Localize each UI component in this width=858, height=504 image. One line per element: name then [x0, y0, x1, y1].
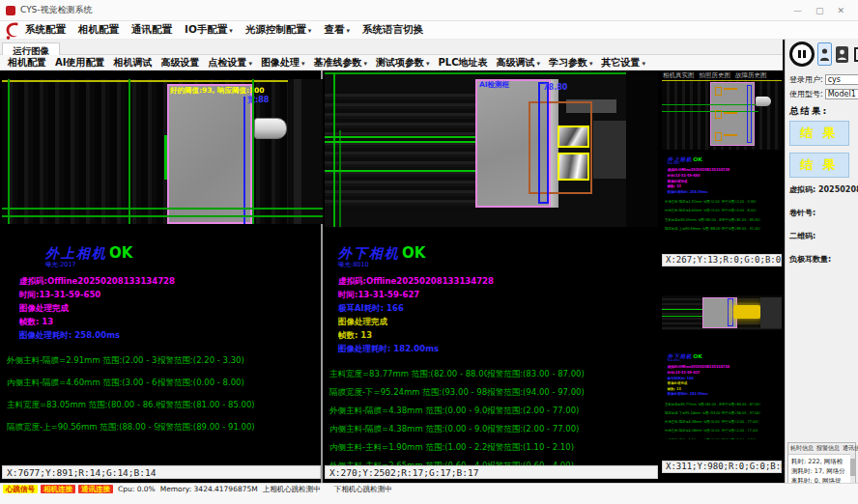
menu-item-4[interactable]: 光源控制配置▾ [245, 23, 312, 37]
toolbar-item-0[interactable]: 相机配置 [8, 56, 46, 70]
thumbnail2-alarm-range-2: 报警范围:(2.00 - 77.00) [722, 420, 783, 424]
side-field-0: 虚拟码: 20250208 [789, 184, 854, 195]
toolbar-item-2[interactable]: 相机调试 [113, 56, 152, 70]
user-login-button[interactable] [817, 42, 832, 66]
chevron-down-icon: ▾ [364, 60, 368, 68]
thumbnail1-measure-value-1: 内侧主料-隔膜=4.60mm 范围:(3.00 - 6.00) [665, 209, 722, 212]
toolbar-item-10[interactable]: 学习参数▾ [549, 56, 593, 70]
log-tab-2[interactable]: 通讯信息 [843, 444, 858, 453]
camera2-status: OK [402, 244, 425, 262]
camera2-measure-row-4: 内侧主料-主料=1.90mm 范围:(1.00 - 2.20)报警范围:(1.1… [325, 442, 658, 453]
camera2-title: 外下相机OK [325, 244, 658, 262]
camera2-image[interactable]: AI检测框 78.80 [325, 72, 658, 227]
total-result-label: 总结果: [789, 105, 854, 118]
toolbar-item-label-5: 图像处理 [261, 57, 300, 68]
side-field-2: 二维码: [789, 231, 854, 241]
log-tab-0[interactable]: 耗时信息 [790, 444, 814, 453]
camera1-measure-row-1: 内侧主料-隔膜=4.60mm 范围:(3.00 - 6.00)报警范围:(0.0… [2, 378, 321, 388]
camera2-alarm-range-0: 报警范围:(83.00 - 87.00) [487, 369, 658, 379]
toolbar-item-9[interactable]: 高级调试▾ [497, 56, 541, 70]
status-badge-1: 相机连接 [41, 485, 75, 493]
status-badge-2: 通讯连接 [78, 485, 113, 493]
user-switch-button[interactable] [835, 42, 849, 66]
camera1-measure-value-0: 外侧主料-隔膜=2.91mm 范围:(2.00 - 3.50) [7, 355, 157, 366]
thumbnail1-blue-rect [747, 85, 752, 143]
menu-item-label-1: 相机配置 [78, 23, 119, 35]
cpu-usage: Cpu: 0.0% [118, 485, 156, 493]
camera1-measure-value-3: 隔膜宽度-上=90.56mm 范围:(88.00 - 92.00) [7, 422, 157, 433]
camera1-info-3: 帧数: 13 [2, 315, 321, 328]
menu-item-6[interactable]: 系统语言切换 [362, 23, 423, 37]
thumbnail2-measurements: 主料宽度=83.77mm 范围:(82.00 - 88.00)报警范围:(83.… [663, 403, 783, 439]
camera1-name: 外上相机 [45, 245, 107, 261]
toolbar-item-1[interactable]: AI使用配置 [55, 56, 104, 70]
status-bar: 心跳信号相机连接通讯连接 Cpu: 0.0% Memory: 3424.4179… [0, 483, 858, 504]
login-user-input[interactable] [825, 74, 858, 85]
camera1-measure-row-2: 主料宽度=83.05mm 范围:(80.00 - 86.00)报警范围:(81.… [2, 400, 321, 410]
thumbnail1-measurements: 外侧主料-隔膜=2.91mm 范围:(2.00 - 3.50)报警范围:(2.2… [663, 200, 783, 231]
camera2-green-vline-1 [333, 72, 335, 227]
minimize-button[interactable]: — [793, 0, 802, 21]
menu-item-3[interactable]: IO手配置▾ [185, 23, 233, 37]
camera1-info-1: 时间:13-31-59-650 [2, 288, 321, 301]
menu-item-1[interactable]: 相机配置 [78, 23, 119, 37]
chevron-down-icon: ▾ [248, 60, 252, 68]
camera1-image[interactable]: 好的阈值:93, 响应阈值:100 宽:88 [2, 79, 323, 224]
status-note-0: 上相机心跳检测中 [263, 485, 321, 493]
thumbnail2-measure-row-4: 内侧主料-主料=1.90mm 范围:(1.00 - 2.20)报警范围:(1.1… [663, 437, 783, 439]
camera2-green-vline-2 [339, 130, 341, 227]
toolbar-item-6[interactable]: 基准线参数▾ [314, 56, 368, 70]
maximize-button[interactable]: ▢ [815, 0, 824, 21]
side-field-1: 卷针号: [789, 208, 854, 218]
thumbnail2-alarm-range-0: 报警范围:(83.00 - 87.00) [722, 403, 783, 406]
user-icon [819, 47, 830, 62]
log-tab-1[interactable]: 报警信息 [816, 444, 840, 453]
camera2-width-label: 78.80 [543, 83, 567, 92]
status-badges: 心跳信号相机连接通讯连接 [3, 485, 113, 493]
app-window: CYS-视觉检测系统 — ▢ ✕ 系统配置相机配置通讯配置IO手配置▾光源控制配… [0, 0, 858, 504]
camera1-connector-part [254, 118, 287, 139]
camera1-alarm-range-3: 报警范围:(89.00 - 91.00) [157, 422, 321, 433]
camera2-dark-region [626, 72, 658, 227]
toolbar-item-8[interactable]: PLC地址表 [439, 56, 488, 70]
camera1-alarm-range-0: 报警范围:(2.20 - 3.30) [157, 355, 321, 366]
thumbnail2-alarm-range-4: 报警范围:(1.10 - 2.10) [722, 437, 783, 439]
toolbar-item-11[interactable]: 其它设置▾ [602, 56, 646, 70]
menu-item-5[interactable]: 查看▾ [324, 23, 350, 37]
exit-button[interactable] [852, 42, 858, 66]
camera2-green-hline-1a [325, 136, 475, 138]
camera2-tab-rect-1 [558, 126, 589, 148]
user-dark-icon [836, 46, 848, 63]
toolbar-item-5[interactable]: 图像处理▾ [261, 56, 305, 70]
thumbnail1-green-hline-1 [662, 104, 758, 105]
camera2-alarm-range-2: 报警范围:(2.00 - 77.00) [487, 406, 658, 416]
toolbar-item-7[interactable]: 测试项参数▾ [376, 56, 430, 70]
result-box-1: 结 果 [789, 121, 849, 146]
model-row: 使用型号: [789, 89, 854, 99]
thumbnail2-measure-row-2: 外侧主料-隔膜=4.38mm 范围:(0.00 - 9.00)报警范围:(2.0… [663, 420, 783, 424]
camera2-measure-value-4: 内侧主料-主料=1.90mm 范围:(1.00 - 2.20) [329, 442, 487, 453]
pause-button[interactable] [789, 42, 815, 67]
model-input[interactable] [825, 89, 858, 99]
menu-item-0[interactable]: 系统配置 [25, 23, 66, 37]
camera1-coords-bar: X:7677;Y:891;R:14;G:14;B:14 [2, 465, 321, 479]
login-user-row: 登录用户: [789, 74, 854, 85]
camera1-measure-value-2: 主料宽度=83.05mm 范围:(80.00 - 86.00) [7, 400, 157, 410]
thumbnail1-info-4: 图像处理耗时: 258.00ms [663, 189, 783, 195]
camera2-info-2: 极耳AI耗时: 166 [325, 301, 658, 315]
toolbar-item-label-4: 点检设置 [208, 57, 246, 68]
camera1-measure-value-1: 内侧主料-隔膜=4.60mm 范围:(3.00 - 6.00) [7, 378, 157, 388]
thumbnail1-image[interactable] [662, 79, 782, 150]
thumbnail2-right-region [760, 297, 782, 328]
close-button[interactable]: ✕ [837, 0, 844, 21]
toolbar-item-3[interactable]: 高级设置 [160, 56, 199, 70]
menu-item-2[interactable]: 通讯配置 [131, 23, 172, 37]
thumbnail2-image[interactable] [662, 295, 782, 330]
thumbnail2-measure-value-0: 主料宽度=83.77mm 范围:(82.00 - 88.00) [665, 403, 722, 406]
camera1-green-segment [164, 135, 167, 180]
thumbnail1-measure-value-0: 外侧主料-隔膜=2.91mm 范围:(2.00 - 3.50) [665, 200, 722, 204]
camera1-green-line-3 [252, 79, 254, 224]
menu-item-label-2: 通讯配置 [131, 23, 172, 35]
toolbar-item-label-8: PLC地址表 [439, 57, 488, 68]
toolbar-item-4[interactable]: 点检设置▾ [208, 56, 252, 70]
